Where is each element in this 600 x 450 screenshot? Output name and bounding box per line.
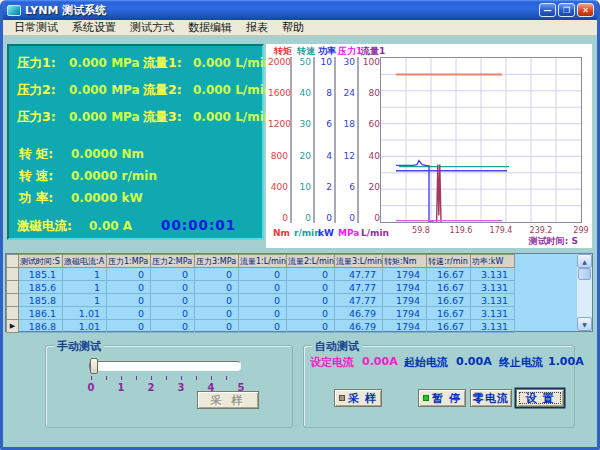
end-current-value: 1.00A (548, 355, 584, 368)
chart-panel: 转矩2000160012008004000Nm转速50403020100r/mi… (266, 44, 592, 248)
close-button[interactable]: ✕ (577, 3, 594, 17)
column-header: 测试时间:S (19, 255, 63, 268)
table-scrollbar[interactable]: ▲ ▼ (577, 254, 592, 331)
table-row[interactable]: 186.11.010000046.79179416.673.131 (7, 307, 515, 320)
flow2-label: 流量2: (143, 82, 182, 99)
table-cell: 1794 (383, 281, 427, 294)
table-row[interactable]: ▶186.81.010000046.79179416.673.131 (7, 320, 515, 333)
table-cell: 3.131 (471, 268, 515, 281)
table-cell: 0 (287, 320, 335, 333)
chart-canvas (381, 58, 581, 222)
manual-sample-button[interactable]: 采 样 (197, 391, 259, 409)
pressure2-label: 压力2: (17, 82, 56, 99)
current-slider-thumb[interactable] (90, 358, 98, 374)
column-header: 流量3:L/min (335, 255, 383, 268)
column-header: 流量1:L/min (239, 255, 287, 268)
table-cell: 185.8 (19, 294, 63, 307)
table-cell: 0 (239, 281, 287, 294)
x-tick: 119.6 (450, 226, 473, 235)
restore-button[interactable]: ❐ (558, 3, 575, 17)
y-axis-1: 转矩2000160012008004000Nm (268, 45, 292, 238)
flow3-label: 流量3: (143, 109, 182, 126)
menu-item-system-settings[interactable]: 系统设置 (65, 20, 123, 35)
pause-led-icon (423, 395, 429, 401)
menu-item-test-mode[interactable]: 测试方式 (123, 20, 181, 35)
table-row[interactable]: 185.110000047.77179416.673.131 (7, 268, 515, 281)
table-cell: 0 (239, 320, 287, 333)
table-cell: 0 (239, 294, 287, 307)
app-window: LYNM 测试系统 — ❐ ✕ 日常测试 系统设置 测试方式 数据编辑 报表 帮… (0, 0, 600, 450)
table-cell: 46.79 (335, 307, 383, 320)
scroll-up-icon[interactable]: ▲ (577, 254, 592, 268)
table-cell: 0 (195, 268, 239, 281)
column-header: 转矩:Nm (383, 255, 427, 268)
menu-item-data-edit[interactable]: 数据编辑 (181, 20, 239, 35)
column-header: 压力2:MPa (151, 255, 195, 268)
x-tick: 59.8 (412, 226, 430, 235)
minimize-button[interactable]: — (539, 3, 556, 17)
table-cell: 0 (287, 307, 335, 320)
x-tick: 239.2 (530, 226, 553, 235)
end-current-label: 终止电流 (499, 355, 543, 370)
auto-sample-button[interactable]: 采 样 (334, 389, 382, 407)
app-icon (7, 5, 21, 16)
manual-test-group: 手动测试 012345 采 样 (45, 345, 293, 428)
speed-label: 转 速: (19, 168, 53, 185)
table-cell: 46.79 (335, 320, 383, 333)
flow1-label: 流量1: (143, 55, 182, 72)
pressure1-value: 0.000 MPa (69, 56, 140, 70)
torque-value: 0.0000 Nm (71, 147, 144, 161)
slider-tick-label: 0 (88, 382, 95, 393)
auto-test-title: 自动测试 (312, 339, 362, 354)
power-value: 0.0000 kW (71, 191, 143, 205)
titlebar[interactable]: LYNM 测试系统 — ❐ ✕ (3, 0, 597, 20)
y-axis-2: 转速50403020100r/min (294, 45, 315, 238)
column-header: 激磁电流:A (63, 255, 107, 268)
menu-bar: 日常测试 系统设置 测试方式 数据编辑 报表 帮助 (3, 20, 597, 36)
slider-tick-label: 3 (178, 382, 185, 393)
table-cell: 186.1 (19, 307, 63, 320)
table-cell: 0 (151, 307, 195, 320)
pressure1-label: 压力1: (17, 55, 56, 72)
table-cell: 3.131 (471, 320, 515, 333)
table-row[interactable]: 185.810000047.77179416.673.131 (7, 294, 515, 307)
table-cell: 1 (63, 294, 107, 307)
row-selector: ▶ (7, 320, 19, 333)
table-cell: 0 (151, 294, 195, 307)
scroll-down-icon[interactable]: ▼ (577, 317, 592, 331)
current-slider-track[interactable] (89, 361, 241, 371)
menu-item-help[interactable]: 帮助 (275, 20, 311, 35)
table-row[interactable]: 185.610000047.77179416.673.131 (7, 281, 515, 294)
y-axis-3: 功率1086420kW (317, 45, 336, 238)
pressure3-value: 0.000 MPa (69, 110, 140, 124)
table-cell: 0 (151, 281, 195, 294)
pressure3-label: 压力3: (17, 109, 56, 126)
scrollbar-thumb[interactable] (578, 268, 591, 280)
elapsed-timer: 00:00:01 (161, 217, 236, 233)
zero-current-button[interactable]: 零电流 (470, 389, 512, 407)
table-cell: 47.77 (335, 268, 383, 281)
column-header: 转速:r/min (427, 255, 471, 268)
column-header: 压力3:MPa (195, 255, 239, 268)
pause-button[interactable]: 暂 停 (418, 389, 466, 407)
data-table: 测试时间:S激磁电流:A压力1:MPa压力2:MPa压力3:MPa流量1:L/m… (5, 253, 593, 332)
menu-item-daily-test[interactable]: 日常测试 (7, 20, 65, 35)
plot-area (380, 57, 582, 223)
table-cell: 1 (63, 281, 107, 294)
torque-label: 转 矩: (19, 146, 53, 163)
table-cell: 0 (287, 281, 335, 294)
column-header: 流量2:L/min (287, 255, 335, 268)
power-label: 功 率: (19, 190, 53, 207)
auto-sample-label: 采 样 (348, 391, 377, 406)
table-cell: 47.77 (335, 281, 383, 294)
setup-button[interactable]: 设 置 (516, 389, 564, 407)
menu-item-reports[interactable]: 报表 (239, 20, 275, 35)
pressure2-value: 0.000 MPa (69, 83, 140, 97)
scrollbar-track[interactable] (577, 268, 592, 317)
row-selector (7, 294, 19, 307)
table-cell: 0 (107, 281, 151, 294)
table-cell: 1794 (383, 268, 427, 281)
column-header: 功率:kW (471, 255, 515, 268)
table-cell: 1 (63, 268, 107, 281)
table-cell: 0 (239, 307, 287, 320)
